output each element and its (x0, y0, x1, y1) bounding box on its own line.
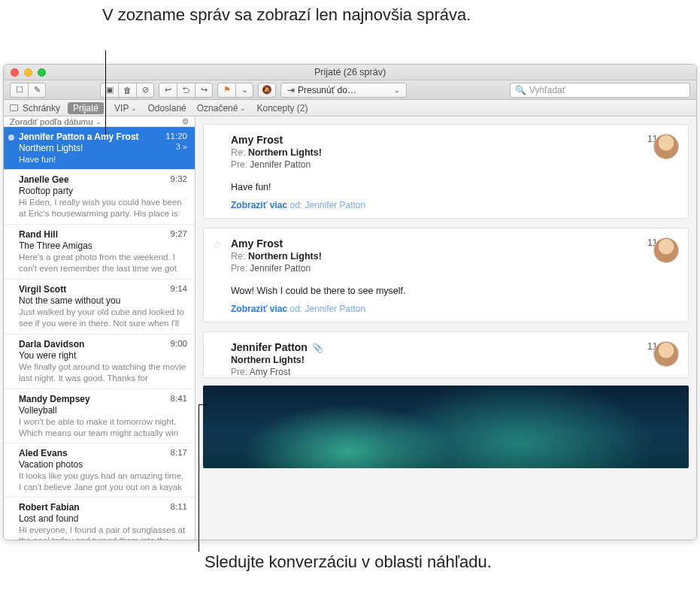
message-subject: Northern Lights! (19, 143, 83, 153)
fav-inbox[interactable]: Prijaté (68, 102, 104, 114)
fav-drafts-label: Koncepty (2) (256, 103, 308, 113)
callout-line-bottom-h (198, 404, 208, 405)
mailbox-icon (10, 104, 18, 111)
thread-container: Amy Frost11:20Re: Northern Lights!Pre: J… (195, 124, 696, 468)
message-body: Have fun! (231, 182, 677, 192)
message-preview: Here's a great photo from the weekend. I… (19, 252, 187, 274)
sort-bar[interactable]: Zoradiť podľa dátumu ⌄ ⊜ (4, 116, 195, 127)
titlebar: Prijaté (26 správ) (4, 65, 696, 80)
chevron-down-icon: ⌄ (131, 104, 137, 112)
show-more-from: od: Jennifer Patton (289, 200, 365, 210)
callout-text: V zozname správ sa zobrazí len najnovšia… (102, 5, 471, 24)
message-time: 11:20 (165, 132, 187, 142)
fav-mailboxes-label: Schránky (23, 103, 60, 113)
callout-bottom: Sledujte konverzáciu v oblasti náhľadu. (205, 552, 492, 573)
show-more-from: od: Jennifer Patton (289, 304, 365, 314)
thread-message-card[interactable]: ☆Amy Frost11:13Re: Northern Lights!Pre: … (203, 228, 689, 322)
thread-subject: Re: Northern Lights! (231, 147, 677, 158)
message-body: Wow! Wish I could be there to see myself… (231, 286, 677, 296)
message-time: 9:27 (171, 229, 187, 240)
message-list-item[interactable]: Darla Davidson9:00You were rightWe final… (4, 334, 195, 389)
message-subject: Not the same without you (19, 295, 120, 306)
message-preview: Hi everyone, I found a pair of sunglasse… (19, 525, 187, 540)
message-subject: Lost and found (19, 513, 78, 524)
flag-menu-button[interactable]: ⌄ (235, 83, 253, 98)
archive-button[interactable]: ▣ (100, 83, 118, 98)
search-field[interactable]: 🔍 Vyhľadať (510, 83, 690, 98)
avatar (653, 237, 679, 263)
search-placeholder: Vyhľadať (529, 85, 565, 95)
thread-from: Amy Frost (231, 237, 283, 250)
show-more-link[interactable]: Zobraziť viac (231, 304, 287, 314)
message-preview: Just walked by your old cube and looked … (19, 307, 187, 329)
message-preview: We finally got around to watching the mo… (19, 361, 187, 384)
message-sender: Virgil Scott (19, 284, 66, 295)
message-list-item[interactable]: Robert Fabian8:11Lost and foundHi everyo… (4, 498, 195, 540)
compose-button[interactable]: ✎ (28, 83, 46, 98)
thread-to: Pre: Jennifer Patton (231, 263, 677, 274)
thread-message-card[interactable]: Amy Frost11:20Re: Northern Lights!Pre: J… (203, 124, 689, 219)
show-more-link[interactable]: Zobraziť viac (231, 200, 287, 210)
message-time: 9:32 (171, 174, 187, 185)
callout-line-bottom-v (198, 404, 199, 552)
message-list-item[interactable]: Jennifer Patton a Amy Frost11:20Northern… (4, 127, 195, 170)
callout-top: V zozname správ sa zobrazí len najnovšia… (102, 5, 471, 26)
filter-icon[interactable]: ⊜ (182, 116, 189, 126)
preview-pane: Amy Frost11:20Re: Northern Lights!Pre: J… (195, 116, 696, 540)
toggle-sidebar-button[interactable]: ☐ (10, 83, 28, 98)
message-time: 9:14 (171, 284, 187, 295)
fav-flagged-label: Označené (197, 103, 238, 113)
message-preview: Hi Eden, I really wish you could have be… (19, 197, 187, 219)
thread-subject: Northern Lights! (231, 355, 677, 365)
toolbar: ☐ ✎ ▣ 🗑 ⊘ ↩ ⮌ ↪ ⚑ ⌄ 🔕 ⇥Presunúť do… ⌄ 🔍 … (4, 80, 696, 100)
toolbar-mailboxes-group: ☐ ✎ (10, 83, 46, 98)
unread-dot-icon (8, 135, 14, 141)
message-list-item[interactable]: Rand Hill9:27The Three AmigasHere's a gr… (4, 225, 195, 280)
flag-button[interactable]: ⚑ (217, 83, 235, 98)
toolbar-flag-group: ⚑ ⌄ (217, 83, 253, 98)
mute-button[interactable]: 🔕 (258, 83, 276, 98)
message-sender: Jennifer Patton a Amy Frost (19, 132, 139, 142)
move-to-button[interactable]: ⇥Presunúť do… ⌄ (280, 83, 407, 98)
message-time: 9:00 (171, 339, 187, 349)
delete-button[interactable]: 🗑 (118, 83, 136, 98)
message-list-item[interactable]: Janelle Gee9:32Rooftop partyHi Eden, I r… (4, 170, 195, 225)
callout-line-top (105, 50, 106, 135)
fav-flagged[interactable]: Označené⌄ (197, 103, 247, 113)
forward-button[interactable]: ↪ (195, 83, 213, 98)
message-subject: Vacation photos (19, 459, 83, 470)
unread-dot-icon (8, 177, 14, 183)
show-more[interactable]: Zobraziť viac od: Jennifer Patton (231, 200, 677, 210)
avatar (653, 134, 679, 159)
message-preview: Have fun! (19, 154, 187, 165)
junk-button[interactable]: ⊘ (136, 83, 154, 98)
thread-to: Pre: Amy Frost (231, 367, 677, 377)
reply-button[interactable]: ↩ (159, 83, 177, 98)
fav-drafts[interactable]: Koncepty (2) (256, 103, 308, 113)
fav-sent[interactable]: Odoslané (147, 103, 186, 113)
thread-message-card[interactable]: Jennifer Patton📎11:11Northern Lights!Pre… (203, 331, 689, 378)
show-more[interactable]: Zobraziť viac od: Jennifer Patton (231, 304, 677, 314)
thread-subject: Re: Northern Lights! (231, 251, 677, 262)
fav-mailboxes[interactable]: Schránky (10, 103, 60, 113)
favorites-bar: Schránky Prijaté VIP⌄ Odoslané Označené⌄… (4, 100, 696, 116)
reply-all-button[interactable]: ⮌ (177, 83, 195, 98)
message-sender: Darla Davidson (19, 339, 84, 349)
attachment-image[interactable] (203, 386, 689, 468)
move-to-label: Presunúť do… (298, 85, 356, 95)
message-preview: I won't be able to make it tomorrow nigh… (19, 416, 187, 438)
sort-label: Zoradiť podľa dátumu (10, 117, 93, 126)
fav-vip[interactable]: VIP⌄ (114, 103, 137, 113)
chevron-down-icon: ⌄ (95, 118, 102, 126)
toolbar-reply-group: ↩ ⮌ ↪ (159, 83, 213, 98)
message-time: 8:11 (171, 502, 187, 513)
star-icon[interactable]: ☆ (213, 239, 222, 250)
message-list: Zoradiť podľa dátumu ⌄ ⊜ Jennifer Patton… (4, 116, 195, 540)
message-time: 8:17 (171, 448, 187, 458)
mail-window: Prijaté (26 správ) ☐ ✎ ▣ 🗑 ⊘ ↩ ⮌ ↪ ⚑ ⌄ 🔕… (3, 64, 697, 540)
message-list-item[interactable]: Virgil Scott9:14Not the same without you… (4, 280, 195, 334)
message-list-item[interactable]: Aled Evans8:17Vacation photosIt looks li… (4, 443, 195, 498)
chevron-down-icon: ⌄ (240, 104, 246, 112)
window-title: Prijaté (26 správ) (4, 67, 696, 77)
message-list-item[interactable]: Mandy Dempsey8:41VolleyballI won't be ab… (4, 389, 195, 443)
